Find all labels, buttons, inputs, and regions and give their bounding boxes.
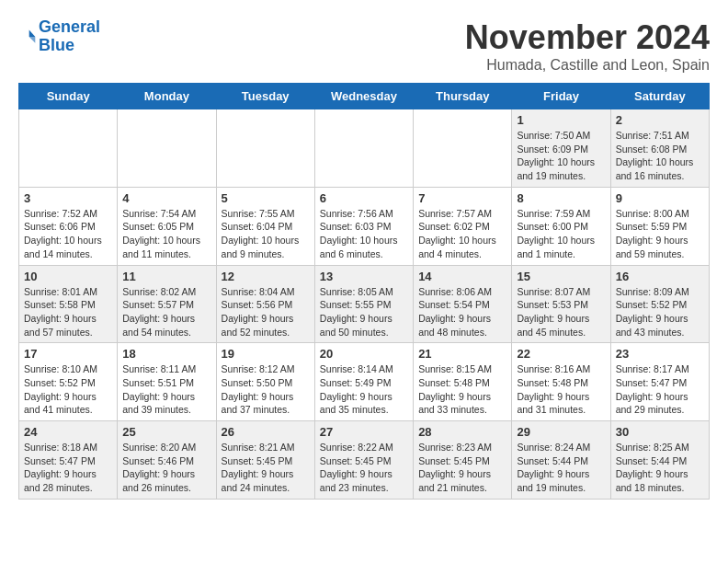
- day-number: 1: [517, 113, 605, 127]
- day-number: 26: [222, 425, 310, 439]
- weekday-header-monday: Monday: [118, 84, 216, 109]
- calendar-cell: 13Sunrise: 8:05 AM Sunset: 5:55 PM Dayli…: [314, 265, 413, 343]
- day-info: Sunrise: 7:51 AM Sunset: 6:08 PM Dayligh…: [616, 129, 704, 183]
- calendar-week-4: 17Sunrise: 8:10 AM Sunset: 5:52 PM Dayli…: [19, 343, 710, 421]
- svg-marker-1: [29, 37, 36, 43]
- day-info: Sunrise: 8:15 AM Sunset: 5:48 PM Dayligh…: [418, 362, 506, 417]
- logo-line2: Blue: [39, 36, 74, 54]
- calendar-cell: 30Sunrise: 8:25 AM Sunset: 5:44 PM Dayli…: [610, 421, 709, 500]
- day-info: Sunrise: 8:22 AM Sunset: 5:45 PM Dayligh…: [320, 441, 408, 495]
- calendar-week-3: 10Sunrise: 8:01 AM Sunset: 5:58 PM Dayli…: [19, 265, 710, 343]
- calendar-cell: 28Sunrise: 8:23 AM Sunset: 5:45 PM Dayli…: [414, 421, 512, 500]
- calendar-cell: 22Sunrise: 8:16 AM Sunset: 5:48 PM Dayli…: [512, 343, 610, 421]
- calendar-body: 1Sunrise: 7:50 AM Sunset: 6:09 PM Daylig…: [19, 109, 710, 500]
- calendar-cell: 3Sunrise: 7:52 AM Sunset: 6:06 PM Daylig…: [19, 187, 118, 265]
- calendar-cell: 12Sunrise: 8:04 AM Sunset: 5:56 PM Dayli…: [216, 265, 314, 343]
- day-info: Sunrise: 8:16 AM Sunset: 5:48 PM Dayligh…: [517, 362, 605, 417]
- logo: General Blue: [18, 18, 100, 55]
- day-number: 6: [320, 191, 408, 205]
- day-info: Sunrise: 8:02 AM Sunset: 5:57 PM Dayligh…: [122, 285, 210, 339]
- calendar-cell: 20Sunrise: 8:14 AM Sunset: 5:49 PM Dayli…: [314, 343, 413, 421]
- page-header: General Blue November 2024 Humada, Casti…: [18, 18, 710, 74]
- calendar-cell: 29Sunrise: 8:24 AM Sunset: 5:44 PM Dayli…: [512, 421, 610, 500]
- day-number: 8: [517, 191, 605, 205]
- day-info: Sunrise: 8:00 AM Sunset: 5:59 PM Dayligh…: [616, 207, 704, 261]
- day-info: Sunrise: 8:18 AM Sunset: 5:47 PM Dayligh…: [24, 441, 112, 495]
- day-number: 20: [320, 347, 408, 361]
- calendar-cell: 1Sunrise: 7:50 AM Sunset: 6:09 PM Daylig…: [512, 109, 610, 188]
- day-info: Sunrise: 8:09 AM Sunset: 5:52 PM Dayligh…: [616, 285, 704, 339]
- calendar-cell: 21Sunrise: 8:15 AM Sunset: 5:48 PM Dayli…: [414, 343, 512, 421]
- day-number: 21: [418, 347, 506, 361]
- day-number: 12: [222, 270, 310, 283]
- calendar-cell: 18Sunrise: 8:11 AM Sunset: 5:51 PM Dayli…: [118, 343, 216, 421]
- day-info: Sunrise: 8:21 AM Sunset: 5:45 PM Dayligh…: [222, 441, 310, 495]
- calendar-cell: [118, 109, 216, 188]
- day-number: 29: [517, 425, 605, 439]
- calendar-cell: 6Sunrise: 7:56 AM Sunset: 6:03 PM Daylig…: [314, 187, 413, 265]
- day-info: Sunrise: 8:05 AM Sunset: 5:55 PM Dayligh…: [320, 285, 408, 339]
- day-info: Sunrise: 8:25 AM Sunset: 5:44 PM Dayligh…: [616, 441, 704, 495]
- day-number: 30: [616, 425, 704, 439]
- day-info: Sunrise: 8:12 AM Sunset: 5:50 PM Dayligh…: [222, 362, 310, 417]
- calendar-week-2: 3Sunrise: 7:52 AM Sunset: 6:06 PM Daylig…: [19, 187, 710, 265]
- logo-icon: [18, 28, 37, 46]
- day-info: Sunrise: 7:50 AM Sunset: 6:09 PM Dayligh…: [517, 129, 605, 183]
- calendar-cell: [19, 109, 118, 188]
- weekday-header-saturday: Saturday: [610, 84, 709, 109]
- day-number: 28: [418, 425, 506, 439]
- weekday-header-thursday: Thursday: [414, 84, 512, 109]
- day-number: 11: [122, 270, 210, 283]
- day-info: Sunrise: 8:20 AM Sunset: 5:46 PM Dayligh…: [122, 441, 210, 495]
- calendar-cell: 9Sunrise: 8:00 AM Sunset: 5:59 PM Daylig…: [610, 187, 709, 265]
- day-number: 19: [222, 347, 310, 361]
- day-number: 2: [616, 113, 704, 127]
- day-number: 9: [616, 191, 704, 205]
- month-title: November 2024: [465, 18, 710, 57]
- calendar-cell: 25Sunrise: 8:20 AM Sunset: 5:46 PM Dayli…: [118, 421, 216, 500]
- weekday-header-wednesday: Wednesday: [314, 84, 413, 109]
- calendar-cell: 16Sunrise: 8:09 AM Sunset: 5:52 PM Dayli…: [610, 265, 709, 343]
- calendar-cell: 4Sunrise: 7:54 AM Sunset: 6:05 PM Daylig…: [118, 187, 216, 265]
- svg-marker-0: [29, 29, 36, 37]
- day-number: 27: [320, 425, 408, 439]
- day-info: Sunrise: 7:54 AM Sunset: 6:05 PM Dayligh…: [122, 207, 210, 261]
- day-number: 15: [517, 270, 605, 283]
- day-number: 3: [24, 191, 112, 205]
- day-info: Sunrise: 8:17 AM Sunset: 5:47 PM Dayligh…: [616, 362, 704, 417]
- day-info: Sunrise: 7:59 AM Sunset: 6:00 PM Dayligh…: [517, 207, 605, 261]
- day-number: 7: [418, 191, 506, 205]
- calendar-cell: 11Sunrise: 8:02 AM Sunset: 5:57 PM Dayli…: [118, 265, 216, 343]
- day-number: 10: [24, 270, 112, 283]
- day-number: 13: [320, 270, 408, 283]
- calendar-cell: 2Sunrise: 7:51 AM Sunset: 6:08 PM Daylig…: [610, 109, 709, 188]
- calendar-cell: [414, 109, 512, 188]
- calendar-cell: [314, 109, 413, 188]
- calendar-cell: 5Sunrise: 7:55 AM Sunset: 6:04 PM Daylig…: [216, 187, 314, 265]
- calendar-cell: 7Sunrise: 7:57 AM Sunset: 6:02 PM Daylig…: [414, 187, 512, 265]
- day-number: 4: [122, 191, 210, 205]
- day-info: Sunrise: 8:14 AM Sunset: 5:49 PM Dayligh…: [320, 362, 408, 417]
- weekday-header-sunday: Sunday: [19, 84, 118, 109]
- logo-line1: General: [39, 17, 100, 36]
- calendar-cell: 24Sunrise: 8:18 AM Sunset: 5:47 PM Dayli…: [19, 421, 118, 500]
- day-info: Sunrise: 8:23 AM Sunset: 5:45 PM Dayligh…: [418, 441, 506, 495]
- calendar-table: SundayMondayTuesdayWednesdayThursdayFrid…: [18, 83, 710, 500]
- day-info: Sunrise: 8:11 AM Sunset: 5:51 PM Dayligh…: [122, 362, 210, 417]
- calendar-cell: 17Sunrise: 8:10 AM Sunset: 5:52 PM Dayli…: [19, 343, 118, 421]
- calendar-cell: 14Sunrise: 8:06 AM Sunset: 5:54 PM Dayli…: [414, 265, 512, 343]
- day-number: 25: [122, 425, 210, 439]
- calendar-cell: [216, 109, 314, 188]
- day-number: 5: [222, 191, 310, 205]
- calendar-cell: 8Sunrise: 7:59 AM Sunset: 6:00 PM Daylig…: [512, 187, 610, 265]
- day-number: 23: [616, 347, 704, 361]
- day-info: Sunrise: 8:01 AM Sunset: 5:58 PM Dayligh…: [24, 285, 112, 339]
- day-number: 16: [616, 270, 704, 283]
- day-info: Sunrise: 7:56 AM Sunset: 6:03 PM Dayligh…: [320, 207, 408, 261]
- calendar-cell: 10Sunrise: 8:01 AM Sunset: 5:58 PM Dayli…: [19, 265, 118, 343]
- title-block: November 2024 Humada, Castille and Leon,…: [465, 18, 710, 74]
- day-number: 18: [122, 347, 210, 361]
- day-number: 17: [24, 347, 112, 361]
- weekday-header-friday: Friday: [512, 84, 610, 109]
- calendar-cell: 23Sunrise: 8:17 AM Sunset: 5:47 PM Dayli…: [610, 343, 709, 421]
